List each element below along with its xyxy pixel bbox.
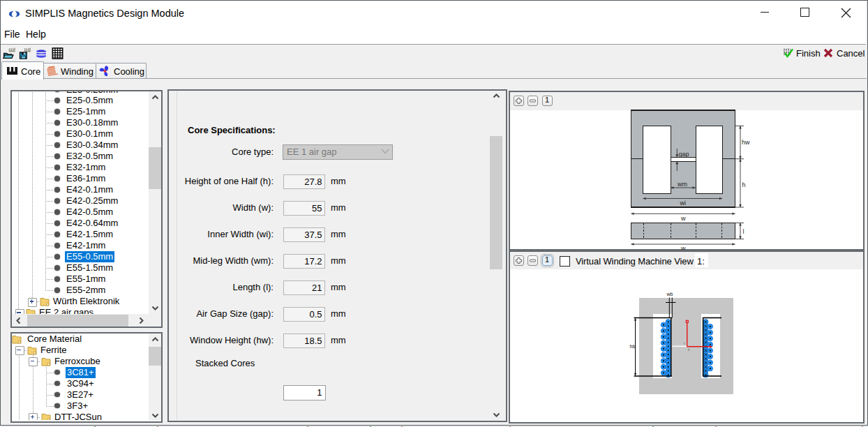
svg-text:z: z [688,347,690,352]
svg-text:wm: wm [677,181,687,188]
svg-text:hb: hb [630,344,636,349]
svg-text:gap: gap [679,151,689,158]
svg-text:r: r [684,341,685,345]
svg-text:hw: hw [742,139,750,146]
svg-text:l: l [743,228,744,235]
svg-text:wb: wb [666,292,673,297]
svg-text:w: w [680,245,686,250]
svg-text:wi: wi [680,200,687,207]
svg-text:w: w [680,215,686,222]
svg-text:h: h [742,181,746,188]
